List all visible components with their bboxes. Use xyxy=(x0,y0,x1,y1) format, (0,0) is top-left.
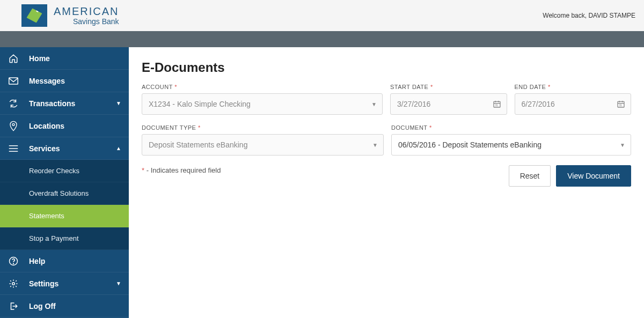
caret-icon: ▼ xyxy=(620,142,625,148)
field-account: ACCOUNT * X1234 - Kalo Simple Checking ▼ xyxy=(142,84,383,115)
welcome-text: Welcome back, DAVID STAMPE xyxy=(543,12,635,19)
required-footnote: * - Indicates required field xyxy=(142,166,221,174)
start-date-input[interactable]: 3/27/2016 31 xyxy=(390,93,507,115)
view-document-button[interactable]: View Document xyxy=(556,165,631,187)
subitem-overdraft-solutions[interactable]: Overdraft Solutions xyxy=(0,182,129,205)
sidebar-item-label: Home xyxy=(29,54,50,63)
caret-icon: ▼ xyxy=(372,142,378,148)
chevron-up-icon: ▲ xyxy=(116,145,121,151)
sidebar-item-messages[interactable]: Messages xyxy=(0,70,129,92)
mail-icon xyxy=(8,77,19,85)
svg-point-1 xyxy=(12,123,14,125)
label-document: DOCUMENT * xyxy=(391,124,631,131)
svg-rect-0 xyxy=(9,78,18,84)
logo-text: AMERICAN Savings Bank xyxy=(54,6,119,25)
svg-text:31: 31 xyxy=(619,104,623,107)
logo[interactable]: AMERICAN Savings Bank xyxy=(21,4,119,27)
sidebar-item-label: Messages xyxy=(29,77,65,85)
svg-point-6 xyxy=(13,263,14,264)
calendar-icon: 31 xyxy=(493,100,501,108)
leaf-icon xyxy=(25,6,44,25)
sidebar: Home Messages Transactions ▼ Locations xyxy=(0,47,129,318)
location-icon xyxy=(8,121,19,131)
sidebar-item-settings[interactable]: Settings ▼ xyxy=(0,272,129,295)
doc-type-value: Deposit Statements eBanking xyxy=(149,140,247,149)
sidebar-item-help[interactable]: Help xyxy=(0,250,129,272)
help-icon xyxy=(8,256,19,266)
svg-point-7 xyxy=(12,282,15,285)
sub-label: Reorder Checks xyxy=(29,167,79,175)
start-date-value: 3/27/2016 xyxy=(397,100,430,108)
main-content: E-Documents ACCOUNT * X1234 - Kalo Simpl… xyxy=(129,47,644,318)
chevron-down-icon: ▼ xyxy=(116,100,121,106)
svg-text:31: 31 xyxy=(495,104,498,107)
refresh-icon xyxy=(8,99,19,108)
field-doc-type: DOCUMENT TYPE * Deposit Statements eBank… xyxy=(142,124,384,156)
field-document: DOCUMENT * 06/05/2016 - Deposit Statemen… xyxy=(391,124,631,156)
doc-type-select[interactable]: Deposit Statements eBanking ▼ xyxy=(142,134,384,156)
page-title: E-Documents xyxy=(142,60,631,75)
subitem-stop-payment[interactable]: Stop a Payment xyxy=(0,227,129,250)
label-end-date: END DATE * xyxy=(515,84,632,90)
logo-line1: AMERICAN xyxy=(54,6,119,17)
sidebar-item-label: Help xyxy=(29,257,45,265)
logout-icon xyxy=(8,301,19,311)
sidebar-item-transactions[interactable]: Transactions ▼ xyxy=(0,92,129,115)
account-select[interactable]: X1234 - Kalo Simple Checking ▼ xyxy=(142,93,383,115)
sidebar-item-label: Services xyxy=(29,144,60,153)
sub-label: Stop a Payment xyxy=(29,234,79,242)
logo-line2: Savings Bank xyxy=(73,18,119,25)
document-value: 06/05/2016 - Deposit Statements eBanking xyxy=(398,140,541,149)
subitem-statements[interactable]: Statements xyxy=(0,205,129,227)
top-bar xyxy=(0,31,644,47)
logo-mark xyxy=(21,4,47,27)
subitem-reorder-checks[interactable]: Reorder Checks xyxy=(0,160,129,182)
menu-icon xyxy=(8,145,19,152)
header: AMERICAN Savings Bank Welcome back, DAVI… xyxy=(0,0,644,31)
sidebar-item-label: Log Off xyxy=(29,302,56,310)
label-account: ACCOUNT * xyxy=(142,84,383,90)
home-icon xyxy=(8,54,19,63)
gear-icon xyxy=(8,279,19,289)
sub-label: Statements xyxy=(29,212,64,220)
chevron-down-icon: ▼ xyxy=(116,280,121,286)
sidebar-item-logoff[interactable]: Log Off xyxy=(0,295,129,317)
document-select[interactable]: 06/05/2016 - Deposit Statements eBanking… xyxy=(391,134,631,156)
calendar-icon: 31 xyxy=(617,100,625,108)
sidebar-item-label: Settings xyxy=(29,279,58,288)
end-date-value: 6/27/2016 xyxy=(522,100,555,108)
sidebar-item-label: Transactions xyxy=(29,99,75,108)
sidebar-item-label: Locations xyxy=(29,122,64,130)
sidebar-item-home[interactable]: Home xyxy=(0,47,129,70)
end-date-input[interactable]: 6/27/2016 31 xyxy=(515,93,632,115)
caret-icon: ▼ xyxy=(371,101,377,107)
sidebar-item-services[interactable]: Services ▲ xyxy=(0,137,129,160)
field-end-date: END DATE * 6/27/2016 31 xyxy=(515,84,632,115)
field-start-date: START DATE * 3/27/2016 31 xyxy=(390,84,507,115)
services-submenu: Reorder Checks Overdraft Solutions State… xyxy=(0,160,129,250)
label-start-date: START DATE * xyxy=(390,84,507,90)
label-doc-type: DOCUMENT TYPE * xyxy=(142,124,384,131)
sub-label: Overdraft Solutions xyxy=(29,189,89,197)
sidebar-item-locations[interactable]: Locations xyxy=(0,115,129,137)
reset-button[interactable]: Reset xyxy=(509,165,551,187)
account-value: X1234 - Kalo Simple Checking xyxy=(149,100,251,108)
